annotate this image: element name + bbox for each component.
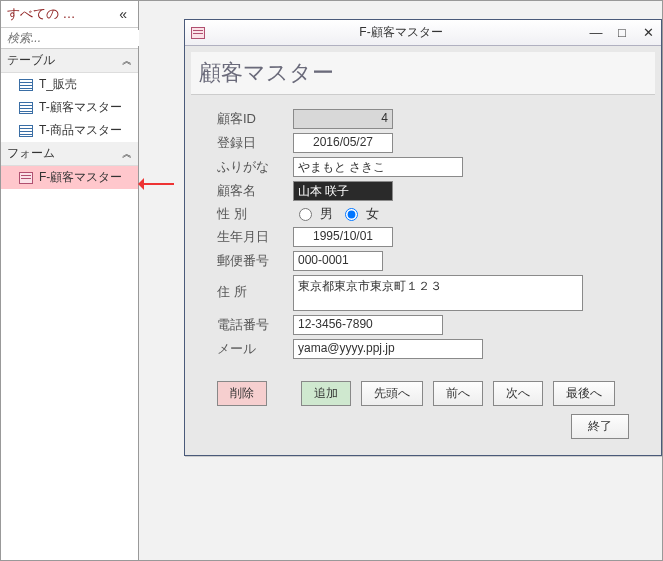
form-icon	[191, 27, 205, 39]
navigation-pane: すべての … « 🔍 テーブル ︽ T_販売 T-顧客マスター T-商品マスター…	[1, 1, 139, 560]
radio-male[interactable]	[299, 208, 312, 221]
form-heading: 顧客マスター	[191, 52, 655, 95]
nav-item-label: T-商品マスター	[39, 122, 122, 139]
label-name: 顧客名	[217, 182, 293, 200]
field-sex: 男 女	[293, 205, 379, 223]
nav-search-row: 🔍	[1, 28, 138, 49]
label-kana: ふりがな	[217, 158, 293, 176]
window-controls: ― □ ✕	[589, 25, 655, 40]
nav-item-t-shohin[interactable]: T-商品マスター	[1, 119, 138, 142]
prev-button[interactable]: 前へ	[433, 381, 483, 406]
table-icon	[19, 125, 33, 137]
nav-collapse-chevron-icon[interactable]: «	[114, 5, 132, 23]
collapse-icon: ︽	[122, 54, 132, 68]
form-icon	[19, 172, 33, 184]
radio-female-label: 女	[366, 205, 379, 223]
radio-male-label: 男	[320, 205, 333, 223]
table-icon	[19, 102, 33, 114]
nav-group-tables[interactable]: テーブル ︽	[1, 49, 138, 73]
label-mail: メール	[217, 340, 293, 358]
end-button[interactable]: 終了	[571, 414, 629, 439]
annotation-arrow-icon	[144, 174, 174, 192]
nav-group-forms[interactable]: フォーム ︽	[1, 142, 138, 166]
button-row: 削除 追加 先頭へ 前へ 次へ 最後へ	[217, 381, 655, 406]
label-addr: 住 所	[217, 275, 293, 301]
field-zip[interactable]: 000-0001	[293, 251, 383, 271]
label-regdate: 登録日	[217, 134, 293, 152]
field-addr[interactable]: 東京都東京市東京町１２３	[293, 275, 583, 311]
field-kana[interactable]: やまもと さきこ	[293, 157, 463, 177]
nav-group-label: テーブル	[7, 52, 55, 69]
last-button[interactable]: 最後へ	[553, 381, 615, 406]
next-button[interactable]: 次へ	[493, 381, 543, 406]
nav-header: すべての … «	[1, 1, 138, 28]
collapse-icon: ︽	[122, 147, 132, 161]
field-birth[interactable]: 1995/10/01	[293, 227, 393, 247]
nav-item-t-kokyaku[interactable]: T-顧客マスター	[1, 96, 138, 119]
field-tel[interactable]: 12-3456-7890	[293, 315, 443, 335]
nav-item-label: T-顧客マスター	[39, 99, 122, 116]
label-id: 顧客ID	[217, 110, 293, 128]
search-input[interactable]	[5, 30, 160, 46]
nav-item-label: T_販売	[39, 76, 77, 93]
field-regdate[interactable]: 2016/05/27	[293, 133, 393, 153]
delete-button[interactable]: 削除	[217, 381, 267, 406]
nav-group-label: フォーム	[7, 145, 55, 162]
nav-title: すべての …	[7, 5, 76, 23]
first-button[interactable]: 先頭へ	[361, 381, 423, 406]
maximize-icon[interactable]: □	[615, 25, 629, 40]
field-name[interactable]: 山本 咲子	[293, 181, 393, 201]
nav-item-label: F-顧客マスター	[39, 169, 122, 186]
label-birth: 生年月日	[217, 228, 293, 246]
add-button[interactable]: 追加	[301, 381, 351, 406]
window-title: F-顧客マスター	[213, 24, 589, 41]
table-icon	[19, 79, 33, 91]
label-zip: 郵便番号	[217, 252, 293, 270]
nav-item-t-hanbai[interactable]: T_販売	[1, 73, 138, 96]
nav-item-f-kokyaku[interactable]: F-顧客マスター	[1, 166, 138, 189]
field-id: 4	[293, 109, 393, 129]
minimize-icon[interactable]: ―	[589, 25, 603, 40]
form-body: 顧客マスター 顧客ID 4 登録日 2016/05/27 ふりがな やまもと さ…	[185, 46, 661, 455]
field-mail[interactable]: yama@yyyy.ppj.jp	[293, 339, 483, 359]
label-sex: 性 別	[217, 205, 293, 223]
titlebar[interactable]: F-顧客マスター ― □ ✕	[185, 20, 661, 46]
form-window: F-顧客マスター ― □ ✕ 顧客マスター 顧客ID 4 登録日 2016/05…	[184, 19, 662, 456]
radio-female[interactable]	[345, 208, 358, 221]
content-area: F-顧客マスター ― □ ✕ 顧客マスター 顧客ID 4 登録日 2016/05…	[139, 1, 662, 560]
close-icon[interactable]: ✕	[641, 25, 655, 40]
label-tel: 電話番号	[217, 316, 293, 334]
